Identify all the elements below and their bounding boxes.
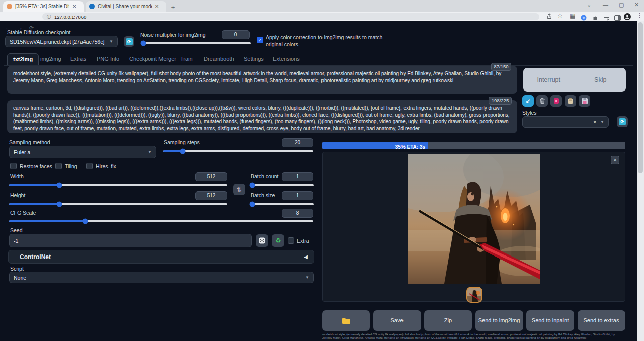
tab-checkpoint-merger[interactable]: Checkpoint Merger bbox=[129, 56, 176, 62]
tab-title: Civitai | Share your models bbox=[98, 4, 152, 9]
slider-handle[interactable] bbox=[249, 202, 255, 207]
cfg-scale-value[interactable]: 8 bbox=[282, 209, 313, 218]
width-slider[interactable] bbox=[9, 184, 227, 186]
window-chevron-icon[interactable]: ⌄ bbox=[587, 2, 591, 8]
trash-icon bbox=[539, 98, 545, 104]
page-scrollbar[interactable] bbox=[637, 21, 644, 341]
width-label: Width bbox=[10, 173, 24, 179]
share-icon[interactable] bbox=[546, 13, 552, 22]
tab-extras[interactable]: Extras bbox=[70, 56, 86, 62]
gallery-thumbnail[interactable] bbox=[466, 287, 482, 303]
live-preview-image[interactable] bbox=[408, 154, 540, 284]
reuse-seed-button[interactable]: ♻ bbox=[272, 234, 284, 247]
hires-fix-checkbox[interactable] bbox=[86, 163, 93, 169]
color-correction-checkbox[interactable]: ✓ bbox=[257, 37, 263, 43]
save-button[interactable]: Save bbox=[373, 310, 421, 331]
swap-dimensions-button[interactable]: ⇅ bbox=[233, 184, 245, 195]
swap-arrows-icon: ⇅ bbox=[236, 186, 242, 193]
window-close-button[interactable]: ✕ bbox=[634, 2, 639, 8]
sampling-method-dropdown[interactable]: Euler a ▼ bbox=[9, 146, 156, 158]
negative-prompt-input[interactable]: canvas frame, cartoon, 3d, ((disfigured)… bbox=[7, 100, 517, 133]
random-seed-button[interactable] bbox=[256, 234, 268, 247]
site-info-icon[interactable]: ⓘ bbox=[47, 14, 51, 20]
slider-handle[interactable] bbox=[56, 183, 62, 188]
media-list-icon[interactable] bbox=[603, 14, 610, 23]
bookmark-star-icon[interactable]: ☆ bbox=[557, 12, 563, 19]
send-to-extras-button[interactable]: Send to extras bbox=[578, 310, 625, 331]
save-style-button[interactable] bbox=[579, 95, 590, 107]
restore-faces-checkbox[interactable] bbox=[10, 163, 17, 169]
refresh-checkpoints-button[interactable]: ⟳ bbox=[124, 36, 134, 47]
sampling-steps-value[interactable]: 20 bbox=[282, 138, 313, 147]
batch-size-value[interactable]: 1 bbox=[282, 191, 313, 200]
controlnet-accordion[interactable]: ControlNet ◀ bbox=[8, 250, 314, 264]
batch-size-slider[interactable] bbox=[251, 203, 314, 205]
sampling-steps-slider[interactable] bbox=[163, 150, 313, 152]
interrupt-button[interactable]: Interrupt bbox=[523, 68, 575, 92]
send-to-img2img-button[interactable]: Send to img2img bbox=[475, 310, 523, 331]
hires-fix-label: Hires. fix bbox=[96, 163, 116, 169]
tab-img2img[interactable]: img2img bbox=[40, 56, 61, 62]
styles-dropdown[interactable]: ✕ ▼ bbox=[522, 116, 609, 128]
sampling-steps-label: Sampling steps bbox=[164, 139, 200, 145]
skip-button[interactable]: Skip bbox=[575, 68, 626, 92]
tab-close-icon[interactable]: ✕ bbox=[155, 4, 159, 9]
tab-txt2img[interactable]: txt2img bbox=[7, 53, 39, 65]
close-preview-button[interactable]: ✕ bbox=[611, 156, 619, 164]
side-panel-icon[interactable] bbox=[614, 14, 621, 23]
slider-handle[interactable] bbox=[56, 202, 62, 207]
tab-close-icon[interactable]: ✕ bbox=[72, 4, 76, 9]
apply-styles-button[interactable] bbox=[565, 95, 576, 107]
slider-handle[interactable] bbox=[141, 41, 146, 46]
browser-tab-stable-diffusion[interactable]: [35% ETA: 3s] Stable Diffusion ✕ bbox=[3, 1, 84, 12]
extra-seed-checkbox[interactable] bbox=[288, 237, 294, 244]
extensions-grid-icon[interactable]: ▦ bbox=[570, 12, 575, 19]
clear-prompt-button[interactable] bbox=[536, 95, 548, 107]
seed-input[interactable]: -1 bbox=[9, 234, 252, 247]
extra-networks-button[interactable] bbox=[550, 95, 562, 107]
blue-extension-icon[interactable] bbox=[581, 14, 587, 23]
prompt-input[interactable]: modelshoot style, (extremely detailed CG… bbox=[7, 66, 517, 94]
profile-avatar[interactable] bbox=[624, 13, 631, 22]
batch-count-slider[interactable] bbox=[251, 184, 314, 186]
refresh-styles-button[interactable]: ⟳ bbox=[617, 116, 628, 127]
open-folder-button[interactable] bbox=[322, 310, 370, 331]
window-restore-button[interactable]: ▢ bbox=[619, 2, 624, 8]
scrollbar-thumb[interactable] bbox=[638, 22, 643, 173]
recycle-icon: ♻ bbox=[275, 237, 281, 244]
pinned-extension-icon[interactable] bbox=[592, 14, 598, 23]
slider-handle[interactable] bbox=[180, 149, 185, 154]
tab-settings[interactable]: Settings bbox=[244, 56, 264, 62]
browser-menu-kebab-icon[interactable]: ⋮ bbox=[637, 12, 642, 19]
preview-panel: ✕ bbox=[322, 152, 625, 302]
width-value[interactable]: 512 bbox=[195, 172, 227, 181]
tab-extensions[interactable]: Extensions bbox=[273, 56, 300, 62]
new-tab-button[interactable]: ＋ bbox=[170, 3, 176, 12]
script-dropdown[interactable]: None ▼ bbox=[9, 272, 314, 283]
checkpoint-dropdown[interactable]: SD15NewVAEpruned.ckpt [27a4ac756c] ▼ bbox=[5, 36, 118, 47]
address-bar[interactable]: ⓘ 127.0.0.1:7860 bbox=[42, 13, 539, 20]
tab-png-info[interactable]: PNG Info bbox=[97, 56, 119, 62]
tab-train[interactable]: Train bbox=[180, 56, 193, 62]
height-value[interactable]: 512 bbox=[195, 191, 227, 200]
noise-multiplier-value[interactable]: 0 bbox=[222, 30, 250, 39]
progress-bar: 35% ETA: 3s bbox=[322, 142, 625, 149]
window-minimize-button[interactable]: — bbox=[603, 2, 608, 8]
accordion-collapsed-icon: ◀ bbox=[304, 254, 308, 260]
height-slider[interactable] bbox=[9, 203, 227, 205]
tab-dreambooth[interactable]: Dreambooth bbox=[204, 56, 234, 62]
cfg-scale-slider[interactable] bbox=[9, 220, 313, 222]
slider-handle[interactable] bbox=[83, 219, 88, 224]
browser-tab-strip: [35% ETA: 3s] Stable Diffusion ✕ Civitai… bbox=[0, 0, 644, 12]
tiling-checkbox[interactable] bbox=[55, 163, 62, 169]
batch-count-label: Batch count bbox=[251, 173, 278, 179]
paste-generation-params-button[interactable]: ↙ bbox=[522, 95, 534, 107]
prompt-token-counter: 87/150 bbox=[491, 63, 511, 71]
slider-handle[interactable] bbox=[249, 183, 255, 188]
clear-styles-icon[interactable]: ✕ bbox=[593, 120, 597, 125]
send-to-inpaint-button[interactable]: Send to inpaint bbox=[526, 310, 574, 331]
noise-multiplier-slider[interactable] bbox=[141, 42, 251, 44]
browser-tab-civitai[interactable]: Civitai | Share your models ✕ bbox=[86, 1, 166, 12]
zip-button[interactable]: Zip bbox=[424, 310, 472, 331]
batch-count-value[interactable]: 1 bbox=[282, 172, 313, 181]
